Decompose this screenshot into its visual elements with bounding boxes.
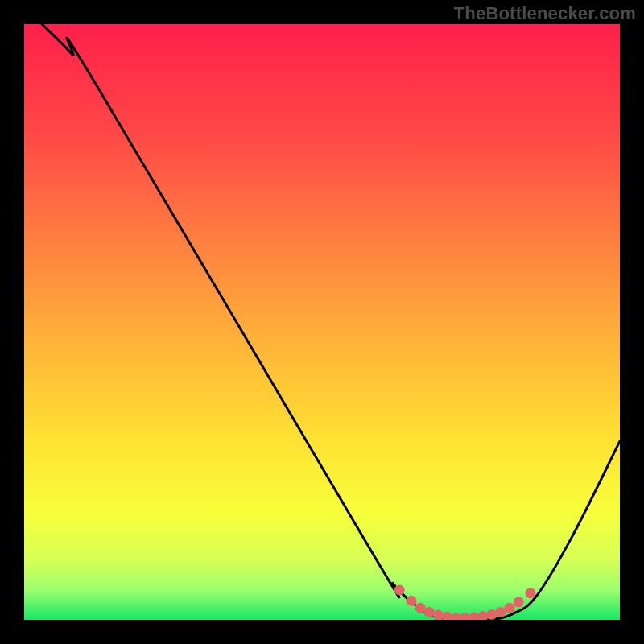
plot-area: [24, 24, 620, 620]
marker-dot: [424, 607, 435, 617]
marker-dot: [526, 588, 536, 598]
watermark-text: TheBottlenecker.com: [454, 3, 636, 24]
marker-dot: [407, 596, 417, 606]
marker-dot: [394, 585, 405, 596]
marker-dot: [496, 607, 506, 617]
marker-dot: [415, 603, 426, 613]
chart-svg: [24, 24, 620, 620]
marker-dot: [433, 610, 444, 620]
marker-dot: [505, 603, 515, 613]
chart-frame: TheBottlenecker.com: [0, 0, 644, 644]
marker-dot: [514, 597, 524, 607]
marker-dot: [486, 609, 497, 620]
